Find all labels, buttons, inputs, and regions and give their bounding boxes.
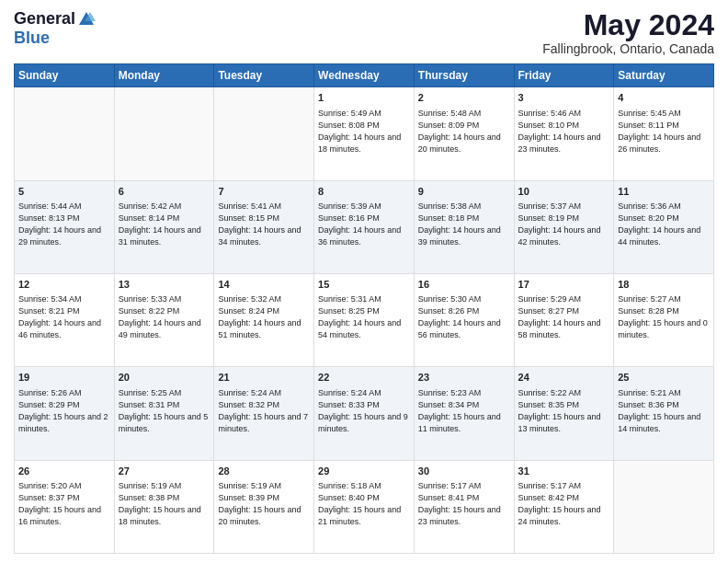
day-number: 23 [418,371,510,385]
day-number: 3 [518,91,610,105]
day-number: 12 [18,278,110,292]
calendar-cell: 9Sunrise: 5:38 AMSunset: 8:18 PMDaylight… [414,180,514,273]
cell-info: Sunrise: 5:26 AMSunset: 8:29 PMDaylight:… [18,387,110,435]
calendar-day-header: Friday [514,64,614,87]
calendar-cell: 3Sunrise: 5:46 AMSunset: 8:10 PMDaylight… [514,87,614,180]
day-number: 14 [218,278,310,292]
calendar-cell [15,87,115,180]
cell-info: Sunrise: 5:20 AMSunset: 8:37 PMDaylight:… [18,480,110,528]
day-number: 16 [418,278,510,292]
calendar-day-header: Tuesday [214,64,314,87]
month-title: May 2024 [542,9,714,41]
cell-info: Sunrise: 5:19 AMSunset: 8:38 PMDaylight:… [119,480,210,528]
day-number: 11 [618,185,710,199]
cell-info: Sunrise: 5:39 AMSunset: 8:16 PMDaylight:… [318,201,410,248]
day-number: 1 [318,91,410,105]
logo-icon [77,10,96,29]
calendar-cell: 4Sunrise: 5:45 AMSunset: 8:11 PMDaylight… [614,87,714,180]
day-number: 5 [18,185,110,199]
cell-info: Sunrise: 5:25 AMSunset: 8:31 PMDaylight:… [119,387,210,435]
calendar-week-row: 26Sunrise: 5:20 AMSunset: 8:37 PMDayligh… [15,460,714,553]
cell-info: Sunrise: 5:48 AMSunset: 8:09 PMDaylight:… [418,108,510,155]
calendar-cell: 2Sunrise: 5:48 AMSunset: 8:09 PMDaylight… [414,87,514,180]
day-number: 24 [518,371,610,385]
day-number: 13 [119,278,210,292]
calendar-cell: 16Sunrise: 5:30 AMSunset: 8:26 PMDayligh… [414,273,514,366]
calendar-cell: 23Sunrise: 5:23 AMSunset: 8:34 PMDayligh… [414,367,514,460]
cell-info: Sunrise: 5:18 AMSunset: 8:40 PMDaylight:… [318,480,410,528]
day-number: 28 [218,465,310,478]
cell-info: Sunrise: 5:21 AMSunset: 8:36 PMDaylight:… [618,387,710,435]
day-number: 6 [119,185,210,199]
calendar-cell: 6Sunrise: 5:42 AMSunset: 8:14 PMDaylight… [114,180,214,273]
day-number: 9 [418,185,510,199]
calendar-cell: 11Sunrise: 5:36 AMSunset: 8:20 PMDayligh… [614,180,714,273]
calendar-cell: 5Sunrise: 5:44 AMSunset: 8:13 PMDaylight… [15,180,115,273]
cell-info: Sunrise: 5:38 AMSunset: 8:18 PMDaylight:… [418,201,510,248]
cell-info: Sunrise: 5:46 AMSunset: 8:10 PMDaylight:… [518,108,610,155]
day-number: 17 [518,278,610,292]
cell-info: Sunrise: 5:22 AMSunset: 8:35 PMDaylight:… [518,387,610,435]
cell-info: Sunrise: 5:34 AMSunset: 8:21 PMDaylight:… [18,293,110,341]
day-number: 26 [18,465,110,478]
cell-info: Sunrise: 5:37 AMSunset: 8:19 PMDaylight:… [518,201,610,248]
logo-general: General [14,9,75,29]
day-number: 7 [218,185,310,199]
calendar-cell: 25Sunrise: 5:21 AMSunset: 8:36 PMDayligh… [614,367,714,460]
calendar-cell: 21Sunrise: 5:24 AMSunset: 8:32 PMDayligh… [214,367,314,460]
calendar-header-row: SundayMondayTuesdayWednesdayThursdayFrid… [15,64,714,87]
day-number: 29 [318,465,410,478]
calendar-week-row: 5Sunrise: 5:44 AMSunset: 8:13 PMDaylight… [15,180,714,273]
calendar-week-row: 1Sunrise: 5:49 AMSunset: 8:08 PMDaylight… [15,87,714,180]
cell-info: Sunrise: 5:33 AMSunset: 8:22 PMDaylight:… [119,293,210,341]
calendar-day-header: Monday [114,64,214,87]
calendar-cell [214,87,314,180]
cell-info: Sunrise: 5:49 AMSunset: 8:08 PMDaylight:… [318,108,410,155]
calendar-week-row: 12Sunrise: 5:34 AMSunset: 8:21 PMDayligh… [15,273,714,366]
calendar-cell: 28Sunrise: 5:19 AMSunset: 8:39 PMDayligh… [214,460,314,553]
day-number: 21 [218,371,310,385]
header: General Blue May 2024 Fallingbrook, Onta… [14,9,714,56]
calendar-cell: 20Sunrise: 5:25 AMSunset: 8:31 PMDayligh… [114,367,214,460]
cell-info: Sunrise: 5:44 AMSunset: 8:13 PMDaylight:… [18,201,110,248]
cell-info: Sunrise: 5:41 AMSunset: 8:15 PMDaylight:… [218,201,310,248]
calendar-cell: 1Sunrise: 5:49 AMSunset: 8:08 PMDaylight… [314,87,415,180]
cell-info: Sunrise: 5:24 AMSunset: 8:33 PMDaylight:… [318,387,410,435]
cell-info: Sunrise: 5:42 AMSunset: 8:14 PMDaylight:… [119,201,210,248]
cell-info: Sunrise: 5:29 AMSunset: 8:27 PMDaylight:… [518,293,610,341]
day-number: 18 [618,278,710,292]
cell-info: Sunrise: 5:31 AMSunset: 8:25 PMDaylight:… [318,293,410,341]
day-number: 4 [618,91,710,105]
calendar-cell: 15Sunrise: 5:31 AMSunset: 8:25 PMDayligh… [314,273,415,366]
calendar-cell: 29Sunrise: 5:18 AMSunset: 8:40 PMDayligh… [314,460,415,553]
day-number: 8 [318,185,410,199]
page: General Blue May 2024 Fallingbrook, Onta… [0,0,728,563]
calendar-cell: 24Sunrise: 5:22 AMSunset: 8:35 PMDayligh… [514,367,614,460]
calendar-cell: 7Sunrise: 5:41 AMSunset: 8:15 PMDaylight… [214,180,314,273]
calendar-cell: 22Sunrise: 5:24 AMSunset: 8:33 PMDayligh… [314,367,415,460]
cell-info: Sunrise: 5:24 AMSunset: 8:32 PMDaylight:… [218,387,310,435]
calendar-cell: 8Sunrise: 5:39 AMSunset: 8:16 PMDaylight… [314,180,415,273]
cell-info: Sunrise: 5:36 AMSunset: 8:20 PMDaylight:… [618,201,710,248]
cell-info: Sunrise: 5:17 AMSunset: 8:42 PMDaylight:… [518,480,610,528]
calendar-cell: 30Sunrise: 5:17 AMSunset: 8:41 PMDayligh… [414,460,514,553]
cell-info: Sunrise: 5:32 AMSunset: 8:24 PMDaylight:… [218,293,310,341]
calendar-cell: 10Sunrise: 5:37 AMSunset: 8:19 PMDayligh… [514,180,614,273]
cell-info: Sunrise: 5:30 AMSunset: 8:26 PMDaylight:… [418,293,510,341]
calendar-day-header: Saturday [614,64,714,87]
calendar-day-header: Wednesday [314,64,415,87]
day-number: 10 [518,185,610,199]
logo-blue: Blue [14,29,50,48]
logo: General Blue [14,9,96,48]
calendar-cell: 19Sunrise: 5:26 AMSunset: 8:29 PMDayligh… [15,367,115,460]
calendar-day-header: Thursday [414,64,514,87]
title-section: May 2024 Fallingbrook, Ontario, Canada [542,9,714,56]
day-number: 30 [418,465,510,478]
day-number: 2 [418,91,510,105]
day-number: 31 [518,465,610,478]
calendar-cell [614,460,714,553]
calendar-cell: 18Sunrise: 5:27 AMSunset: 8:28 PMDayligh… [614,273,714,366]
cell-info: Sunrise: 5:45 AMSunset: 8:11 PMDaylight:… [618,108,710,155]
day-number: 15 [318,278,410,292]
day-number: 27 [119,465,210,478]
